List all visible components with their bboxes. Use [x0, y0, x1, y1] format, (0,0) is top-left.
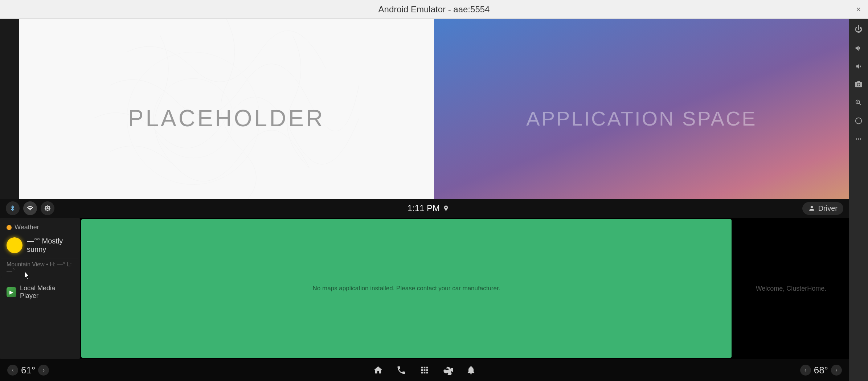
wifi-button[interactable]	[23, 201, 37, 215]
more-icon[interactable]	[855, 135, 863, 143]
bottom-center-nav	[373, 365, 476, 375]
weather-info: —°° Mostly sunny	[27, 237, 73, 254]
bluetooth-button[interactable]	[6, 201, 20, 215]
media-player-label: Local Media Player	[20, 284, 73, 300]
weather-header: Weather	[1, 219, 78, 234]
temp-left-control: ‹ 61° ›	[7, 365, 49, 376]
weather-title: Weather	[15, 224, 39, 231]
bottom-nav: ‹ 61° › ‹ 68° ›	[0, 359, 849, 381]
weather-sun-small-icon	[7, 225, 12, 230]
status-right-icons: Driver	[802, 202, 843, 215]
local-media-player-item[interactable]: ▶ Local Media Player	[1, 281, 78, 303]
volume-down-icon[interactable]	[855, 62, 863, 70]
left-panel: PLACEHOLDER	[19, 19, 434, 218]
map-message: No maps application installed. Please co…	[313, 285, 500, 292]
temp-left-decrease-button[interactable]: ‹	[7, 365, 18, 376]
temp-right-control: ‹ 68° ›	[800, 365, 842, 376]
android-auto-area: 1:11 PM Driver Weather	[0, 199, 849, 381]
svg-point-0	[856, 118, 862, 124]
circle-icon[interactable]	[855, 117, 863, 125]
weather-city: Mountain View	[7, 261, 45, 267]
title-bar: Android Emulator - aae:5554 ×	[0, 0, 868, 19]
weather-temp: —°	[27, 237, 37, 245]
temp-left-value: 61°	[21, 365, 35, 376]
phone-button[interactable]	[396, 365, 406, 375]
status-left-icons	[6, 201, 54, 215]
temp-right-increase-button[interactable]: ›	[831, 365, 842, 376]
bell-button[interactable]	[466, 365, 476, 375]
cluster-home-panel: Welcome, ClusterHome.	[733, 218, 849, 359]
volume-up-icon[interactable]	[855, 44, 863, 52]
app-space-label: APPLICATION SPACE	[526, 107, 757, 130]
weather-main: —°° Mostly sunny	[1, 234, 78, 257]
current-time: 1:11 PM	[408, 203, 440, 213]
fan-button[interactable]	[443, 365, 453, 375]
zoom-icon[interactable]	[855, 99, 863, 107]
temp-left-increase-button[interactable]: ›	[38, 365, 49, 376]
status-time-location: 1:11 PM	[408, 203, 449, 213]
brightness-button[interactable]	[41, 201, 54, 215]
weather-location: Mountain View • H: —° L: —°	[1, 258, 78, 279]
window-title: Android Emulator - aae:5554	[378, 4, 490, 15]
grid-button[interactable]	[419, 365, 430, 375]
power-icon[interactable]: ⏻	[855, 25, 863, 34]
driver-button[interactable]: Driver	[802, 202, 843, 215]
cluster-welcome: Welcome, ClusterHome.	[756, 285, 827, 292]
temp-right-value: 68°	[814, 365, 828, 376]
weather-widget[interactable]: Weather —°° Mostly sunny Mountain View •…	[1, 219, 78, 279]
left-dropdown-panel: Weather —°° Mostly sunny Mountain View •…	[0, 218, 80, 359]
weather-condition: —°° Mostly sunny	[27, 237, 73, 254]
map-area: No maps application installed. Please co…	[81, 219, 732, 358]
placeholder-label: PLACEHOLDER	[128, 105, 325, 132]
temp-right-decrease-button[interactable]: ‹	[800, 365, 811, 376]
home-button[interactable]	[373, 365, 383, 375]
right-sidebar: ⏻	[849, 19, 868, 381]
camera-icon[interactable]	[855, 81, 863, 89]
driver-label: Driver	[818, 204, 838, 213]
content-area: Weather —°° Mostly sunny Mountain View •…	[0, 218, 849, 359]
right-panel: APPLICATION SPACE	[434, 19, 849, 218]
main-display: PLACEHOLDER APPLICATION SPACE	[19, 19, 849, 218]
media-player-icon: ▶	[7, 287, 16, 297]
status-bar: 1:11 PM Driver	[0, 199, 849, 218]
weather-sun-icon	[7, 237, 22, 253]
close-button[interactable]: ×	[856, 5, 861, 14]
